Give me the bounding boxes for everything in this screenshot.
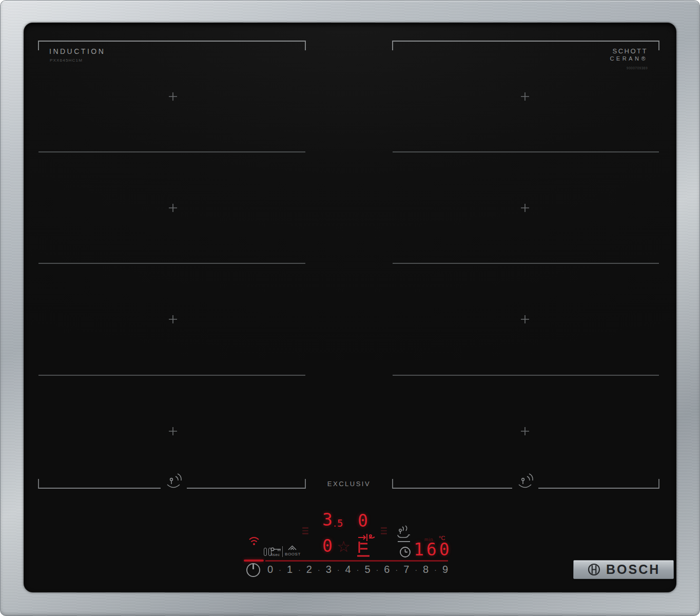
slider-level-8[interactable]: 8 [423,564,429,575]
wifi-icon [248,535,260,547]
zone-right-front-display[interactable] [355,532,376,559]
induction-label: INDUCTION [49,47,105,55]
slider-dot: · [415,565,417,574]
schott-ceran-branding: SCHOTT CERAN® 9000709369 [610,47,648,70]
cooktop-product-photo: INDUCTION PXX645HC1M SCHOTT CERAN® 90007… [0,0,700,616]
frying-sensor-button[interactable] [396,524,411,543]
slider-level-3[interactable]: 3 [326,564,332,575]
timer-clock-button[interactable] [399,546,411,558]
ceramic-glass-surface [24,23,676,592]
lock-seconds-label: 4sec [270,552,280,557]
slider-dot: · [376,565,378,574]
slider-level-9[interactable]: 9 [442,564,448,575]
slider-level-7[interactable]: 7 [403,564,409,575]
glass-part-number: 9000709369 [610,66,648,70]
flex-segment-indicator [356,541,373,558]
model-number: PXX645HC1M [50,58,83,63]
key-lock-button[interactable]: 4sec [263,545,281,559]
slider-dot: · [298,565,301,574]
slider-dot: · [357,565,359,574]
zone-left-rear-display[interactable]: 3 . 5 [322,511,343,528]
boost-button[interactable]: BOOST [284,545,301,558]
zone-right-rear-display[interactable]: 0 [358,512,368,529]
bosch-badge: BOSCH [573,560,674,579]
exclusiv-series-label: EXCLUSIV [318,480,380,488]
slider-level-2[interactable]: 2 [306,564,312,575]
slider-dot: · [279,565,281,574]
slider-level-4[interactable]: 4 [345,564,351,575]
slider-dot: · [434,565,437,574]
bosch-anchor-logo-icon [587,563,601,576]
bosch-wordmark: BOSCH [606,562,660,577]
slider-level-5[interactable]: 5 [364,564,370,575]
zone-left-front-display[interactable]: 0 [322,537,333,554]
zone-left-rear-digit: 3 [322,511,333,528]
zone-left-rear-decimal: 5 [337,518,343,528]
slider-level-6[interactable]: 6 [384,564,390,575]
slider-track-bar [265,560,448,562]
temperature-value: 160 [414,541,452,558]
slider-dot: · [318,565,320,574]
boost-chevron-icon [288,545,297,550]
schott-line: SCHOTT [610,47,648,55]
slider-dot: · [395,565,398,574]
power-button[interactable] [246,563,260,577]
favorite-star-button[interactable]: ☆ [337,539,351,554]
temperature-display[interactable]: min °C 160 [414,534,465,560]
decimal-point: . [333,521,337,528]
slider-level-1[interactable]: 1 [287,564,293,575]
slider-active-bar [244,560,264,562]
sensor-underline [398,541,410,542]
power-level-slider[interactable]: 0 · 1 · 2 · 3 · 4 · 5 · 6 · 7 · 8 · 9 [267,564,448,575]
zone-indicator-dim-left-icon [302,527,308,534]
boost-label: BOOST [285,552,301,556]
slider-dot: · [337,565,340,574]
ceran-line: CERAN® [610,55,648,62]
panel-divider [282,546,283,557]
frying-sensor-icon [396,524,411,539]
slider-level-0[interactable]: 0 [267,564,273,575]
power-icon [252,563,254,569]
zone-indicator-dim-right-icon [381,527,387,534]
